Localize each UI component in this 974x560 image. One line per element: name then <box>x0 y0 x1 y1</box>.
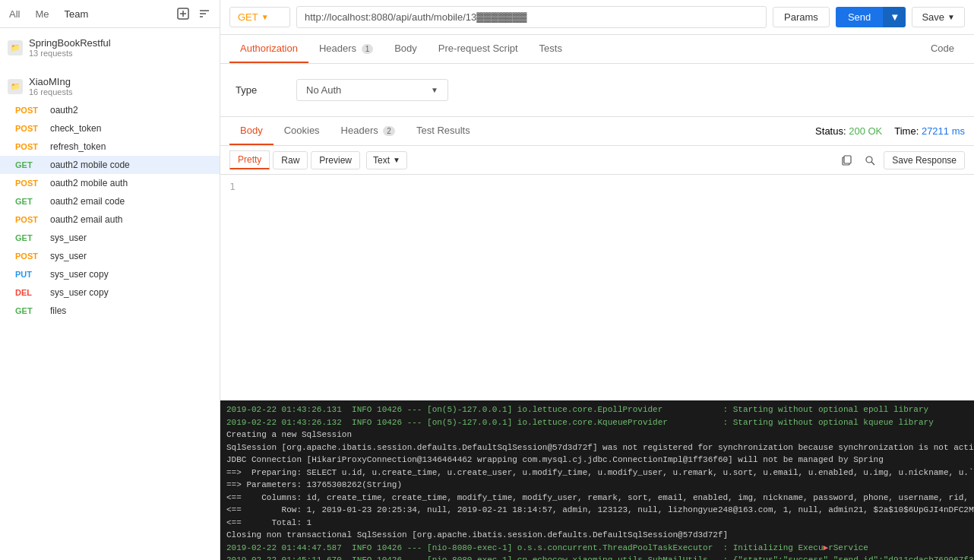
request-get-oauth2-mobile-code[interactable]: GET oauth2 mobile code <box>0 156 220 174</box>
request-get-oauth2-email-code[interactable]: GET oauth2 email code <box>0 192 220 210</box>
send-button[interactable]: Send <box>836 7 883 27</box>
auth-section: Type No Auth ▼ <box>220 64 974 117</box>
resp-tab-body[interactable]: Body <box>229 117 274 145</box>
tab-body[interactable]: Body <box>384 35 428 63</box>
log-line-11: Closing non transactional SqlSession [or… <box>226 529 968 542</box>
collection-xiaoming-count: 16 requests <box>29 87 212 96</box>
tab-code[interactable]: Code <box>920 35 965 63</box>
tab-headers[interactable]: Headers 1 <box>308 35 384 63</box>
line-number-1: 1 <box>229 181 236 192</box>
log-line-2: 2019-02-22 01:43:26.132 INFO 10426 --- [… <box>226 416 968 429</box>
request-post-oauth2[interactable]: POST oauth2 <box>0 101 220 119</box>
add-collection-button[interactable] <box>174 5 192 23</box>
method-badge-del: DEL <box>15 288 44 297</box>
method-select[interactable]: GET ▼ <box>229 7 290 27</box>
collection-xiaoming-name: XiaoMIng <box>29 76 212 87</box>
method-badge-post: POST <box>15 252 44 261</box>
collection-springbookrestful: 📁 SpringBookRestful 13 requests <box>0 28 220 67</box>
request-get-sys-user[interactable]: GET sys_user <box>0 229 220 247</box>
sidebar-header: All Me Team <box>0 0 220 28</box>
log-line-7: ==> Parameters: 13765308262(String) <box>226 479 968 492</box>
request-name: files <box>50 305 66 316</box>
response-section: Body Cookies Headers 2 Test Results Stat… <box>220 117 974 400</box>
method-badge-get: GET <box>15 306 44 315</box>
request-name: sys_user copy <box>50 287 109 298</box>
request-put-sys-user-copy[interactable]: PUT sys_user copy <box>0 265 220 283</box>
request-name: sys_user copy <box>50 269 109 280</box>
copy-response-button[interactable] <box>838 151 856 169</box>
request-post-oauth2-mobile-auth[interactable]: POST oauth2 mobile auth <box>0 174 220 192</box>
auth-type-select[interactable]: No Auth ▼ <box>296 79 448 101</box>
log-line-9: <== Row: 1, 2019-01-23 20:25:34, null, 2… <box>226 504 968 517</box>
request-post-refresh-token[interactable]: POST refresh_token <box>0 138 220 156</box>
code-row-1: 1 <box>229 181 965 192</box>
svg-rect-7 <box>844 156 851 163</box>
tab-authorization[interactable]: Authorization <box>229 35 308 63</box>
resp-tab-cookies[interactable]: Cookies <box>274 117 330 145</box>
response-body-toolbar: Pretty Raw Preview Text ▼ Save Response <box>220 146 974 175</box>
save-response-button[interactable]: Save Response <box>884 151 965 169</box>
search-response-button[interactable] <box>861 151 879 169</box>
collection-xiaoming-header[interactable]: 📁 XiaoMIng 16 requests <box>0 71 220 101</box>
sidebar-tabs: All Me Team <box>6 7 168 21</box>
tab-pre-request[interactable]: Pre-request Script <box>428 35 529 63</box>
sidebar-tab-me[interactable]: Me <box>32 7 52 21</box>
method-badge-post: POST <box>15 179 44 188</box>
request-post-check-token[interactable]: POST check_token <box>0 119 220 138</box>
send-dropdown-button[interactable]: ▼ <box>883 7 906 27</box>
save-label: Save <box>922 11 944 23</box>
resp-headers-badge: 2 <box>383 126 395 136</box>
method-badge-post: POST <box>15 215 44 224</box>
save-button[interactable]: Save ▼ <box>912 7 965 27</box>
sidebar-tab-team[interactable]: Team <box>62 7 92 21</box>
url-input[interactable] <box>296 6 767 28</box>
request-name: oauth2 email code <box>50 196 125 207</box>
auth-select-chevron-icon: ▼ <box>431 86 438 94</box>
request-del-sys-user-copy[interactable]: DEL sys_user copy <box>0 283 220 302</box>
format-raw-button[interactable]: Raw <box>273 151 308 169</box>
collection-icon: 📁 <box>8 40 23 55</box>
resp-tab-test-results[interactable]: Test Results <box>406 117 481 145</box>
collection-springbookrestful-name: SpringBookRestful <box>29 37 212 49</box>
request-name: sys_user <box>50 233 87 243</box>
params-button[interactable]: Params <box>773 7 830 27</box>
collection-springbookrestful-header[interactable]: 📁 SpringBookRestful 13 requests <box>0 33 220 62</box>
method-badge-get: GET <box>15 233 44 242</box>
request-post-oauth2-email-auth[interactable]: POST oauth2 email auth <box>0 210 220 229</box>
log-line-8: <== Columns: id, create_time, create_tim… <box>226 492 968 505</box>
request-get-files[interactable]: GET files <box>0 302 220 320</box>
sidebar-content: 📁 SpringBookRestful 13 requests 📁 XiaoMI… <box>0 28 220 560</box>
log-line-10: <== Total: 1 <box>226 517 968 530</box>
request-name: oauth2 <box>50 105 78 115</box>
method-badge-get: GET <box>15 197 44 206</box>
main-content: GET ▼ Params Send ▼ Save ▼ Authorization… <box>220 0 974 560</box>
code-area: 1 <box>220 175 974 400</box>
resp-tab-headers[interactable]: Headers 2 <box>330 117 406 145</box>
request-tabs: Authorization Headers 1 Body Pre-request… <box>220 35 974 64</box>
request-bar: GET ▼ Params Send ▼ Save ▼ <box>220 0 974 35</box>
method-badge-post: POST <box>15 124 44 133</box>
request-name: oauth2 email auth <box>50 214 122 225</box>
request-name: check_token <box>50 123 101 134</box>
response-icons: Save Response <box>838 151 965 169</box>
request-post-sys-user[interactable]: POST sys_user <box>0 247 220 265</box>
auth-type-label: Type <box>236 84 281 96</box>
method-badge-post: POST <box>15 106 44 115</box>
text-format-select[interactable]: Text ▼ <box>366 151 407 169</box>
log-line-1: 2019-02-22 01:43:26.131 INFO 10426 --- [… <box>226 403 968 416</box>
console-area: 2019-02-22 01:43:26.131 INFO 10426 --- [… <box>220 400 974 560</box>
log-line-13: 2019-02-22 01:45:11.670 INFO 10426 --- [… <box>226 554 968 560</box>
sort-button[interactable] <box>195 5 213 23</box>
log-line-4: SqlSession [org.apache.ibatis.session.de… <box>226 441 968 454</box>
svg-line-9 <box>871 162 874 165</box>
tab-tests[interactable]: Tests <box>529 35 573 63</box>
log-line-5: JDBC Connection [HikariProxyConnection@1… <box>226 454 968 467</box>
send-dropdown-icon: ▼ <box>890 11 900 23</box>
format-pretty-button[interactable]: Pretty <box>229 150 270 169</box>
method-badge-post: POST <box>15 142 44 151</box>
sidebar-tab-all[interactable]: All <box>6 7 23 21</box>
time-value: 27211 ms <box>922 125 965 137</box>
status-value: 200 OK <box>849 125 882 137</box>
format-preview-button[interactable]: Preview <box>311 151 360 169</box>
collection-xiaoming: 📁 XiaoMIng 16 requests POST oauth2 POST … <box>0 67 220 324</box>
